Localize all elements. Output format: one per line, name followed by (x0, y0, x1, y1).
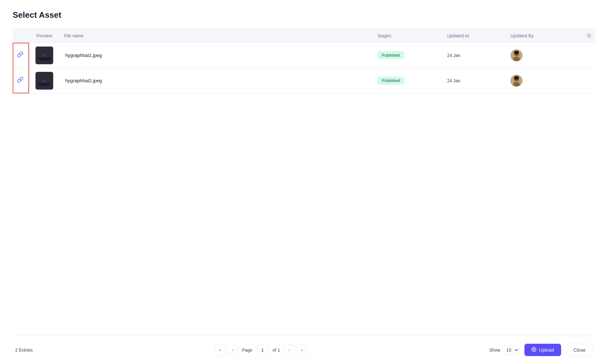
show-select: Show 15 25 50 (489, 346, 519, 355)
last-page-button[interactable]: » (296, 345, 307, 355)
table-row: S hygraphhat1.jpeg Published 24 Jan (13, 43, 595, 68)
close-button[interactable]: Close (566, 344, 593, 356)
per-page-select[interactable]: 15 25 50 (502, 346, 519, 355)
page-title: Select Asset (13, 10, 595, 20)
col-updated-by: Updated By (507, 33, 576, 38)
show-label: Show (489, 348, 500, 353)
avatar-2 (510, 75, 522, 87)
pagination: « ‹ Page of 1 › » (215, 345, 307, 355)
row-2-selector[interactable] (13, 68, 28, 93)
svg-point-11 (514, 76, 519, 80)
col-preview: Preview (28, 33, 60, 38)
of-label: of 1 (273, 348, 280, 353)
upload-icon (531, 347, 536, 353)
col-settings: ⚙ (576, 32, 595, 39)
row-1-stage: Published (374, 51, 443, 59)
row-2-avatar (507, 75, 576, 87)
first-page-button[interactable]: « (215, 345, 225, 355)
asset-table: Preview File name Stages Updated At Upda… (13, 29, 595, 336)
thumbnail-image-1: S (35, 47, 53, 64)
avatar-1 (510, 49, 522, 61)
svg-text:S: S (43, 54, 45, 57)
stage-badge-1: Published (377, 51, 404, 59)
thumbnail-image-2: S (35, 72, 53, 90)
settings-gear-icon[interactable]: ⚙ (586, 32, 592, 39)
stage-badge-2: Published (377, 77, 404, 85)
row-2-stage: Published (374, 77, 443, 85)
rows-selection-box: S hygraphhat1.jpeg Published 24 Jan (13, 43, 595, 93)
entries-count: 2 Entries (15, 348, 33, 353)
table-row: S hygraphhat2.jpeg Published 24 Jan (13, 68, 595, 93)
page-input[interactable] (256, 345, 269, 355)
svg-point-10 (513, 82, 520, 86)
page-label: Page (242, 348, 252, 353)
link-icon-1[interactable] (17, 51, 23, 59)
footer: 2 Entries « ‹ Page of 1 › » Show 15 25 5… (13, 336, 595, 364)
row-1-date: 24 Jan (443, 53, 507, 58)
next-page-button[interactable]: › (284, 345, 294, 355)
link-icon-2[interactable] (17, 77, 23, 85)
row-2-filename: hygraphhat2.jpeg (60, 78, 374, 83)
col-updated-at: Updated At (443, 33, 507, 38)
prev-page-button[interactable]: ‹ (227, 345, 238, 355)
upload-button[interactable]: Upload (524, 344, 561, 356)
table-header: Preview File name Stages Updated At Upda… (13, 29, 595, 43)
row-2-date: 24 Jan (443, 78, 507, 83)
svg-point-5 (514, 51, 519, 54)
col-stages: Stages (374, 33, 443, 38)
svg-point-4 (513, 57, 520, 61)
svg-text:S: S (43, 79, 45, 82)
col-filename: File name (60, 33, 374, 38)
row-1-avatar (507, 49, 576, 61)
page-container: Select Asset Preview File name Stages Up… (0, 0, 608, 364)
row-1-thumbnail: S (28, 44, 60, 67)
row-1-selector[interactable] (13, 43, 28, 68)
row-1-filename: hygraphhat1.jpeg (60, 53, 374, 58)
row-2-thumbnail: S (28, 69, 60, 92)
upload-label: Upload (539, 347, 554, 353)
footer-right: Show 15 25 50 Upload Close (489, 344, 593, 356)
